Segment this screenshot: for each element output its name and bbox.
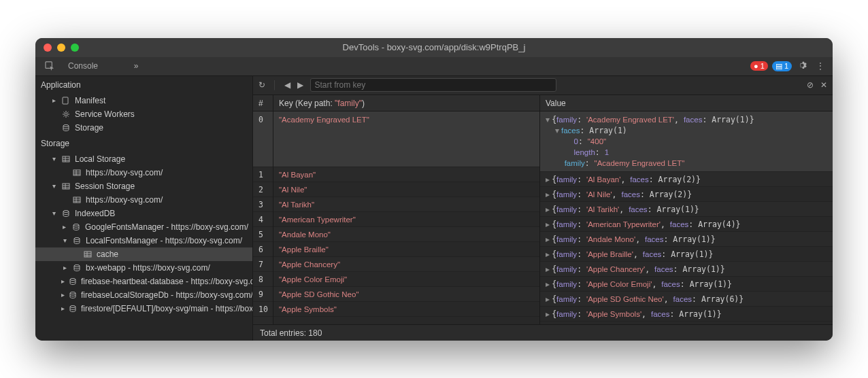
row-key[interactable]: "Al Nile" [273, 182, 539, 197]
row-key[interactable]: "Al Bayan" [273, 167, 539, 182]
more-tabs-icon[interactable]: » [134, 61, 139, 71]
sidebar-item[interactable]: Service Workers [35, 107, 252, 121]
sidebar-section-application: Application [35, 76, 252, 94]
sidebar-item-label: cache [97, 250, 118, 259]
info-badge[interactable]: ▤ 1 [772, 61, 792, 71]
sidebar-item-label: Local Storage [75, 154, 125, 164]
db-icon [61, 124, 71, 132]
row-index[interactable]: 8 [253, 272, 273, 287]
row-index[interactable]: 6 [253, 242, 273, 257]
row-key[interactable]: "Apple Chancery" [273, 257, 539, 272]
tab-console[interactable]: Console [61, 56, 130, 75]
db-icon [69, 277, 77, 286]
refresh-icon[interactable]: ↻ [258, 80, 265, 90]
row-index[interactable]: 3 [253, 197, 273, 212]
sidebar-item[interactable]: cache [35, 247, 252, 261]
maximize-window-button[interactable] [71, 44, 79, 52]
svg-point-21 [73, 224, 79, 226]
sidebar-item[interactable]: ▾LocalFontsManager - https://boxy-svg.co… [35, 234, 252, 247]
grid-footer: Total entries: 180 [253, 324, 833, 341]
row-key[interactable]: "Academy Engraved LET" [273, 111, 539, 167]
row-value[interactable]: ▸ {family: 'Apple Symbols', faces: Array… [540, 307, 833, 322]
row-key[interactable]: "Apple SD Gothic Neo" [273, 287, 539, 302]
row-value[interactable]: ▸ {family: 'Apple Chancery', faces: Arra… [540, 262, 833, 277]
prev-page-icon[interactable]: ◀ [284, 80, 290, 90]
row-index[interactable]: 7 [253, 257, 273, 272]
sidebar-item[interactable]: ▾IndexedDB [35, 207, 252, 220]
sidebar-item[interactable]: ▸firebaseLocalStorageDb - https://boxy-s… [35, 288, 252, 302]
row-value[interactable]: ▸ {family: 'Apple SD Gothic Neo', faces:… [540, 292, 833, 307]
sidebar-item-label: Manifest [75, 96, 105, 105]
row-index[interactable]: 4 [253, 212, 273, 227]
disclosure-triangle-icon[interactable]: ▸ [61, 291, 65, 298]
svg-rect-12 [63, 184, 69, 189]
settings-icon[interactable] [797, 61, 807, 72]
column-header[interactable]: Value [540, 95, 833, 111]
row-value[interactable]: ▸ {family: 'Apple Braille', faces: Array… [540, 247, 833, 262]
svg-rect-16 [73, 197, 80, 203]
row-index[interactable]: 1 [253, 167, 273, 182]
disclosure-triangle-icon[interactable]: ▸ [61, 277, 65, 285]
close-window-button[interactable] [44, 44, 52, 52]
row-key[interactable]: "Apple Symbols" [273, 302, 539, 317]
sidebar-item[interactable]: ▸firebase-heartbeat-database - https://b… [35, 275, 252, 288]
row-index[interactable]: 9 [253, 287, 273, 302]
sidebar-item[interactable]: ▸Manifest [35, 94, 252, 107]
row-index[interactable]: 2 [253, 182, 273, 197]
svg-rect-23 [84, 252, 91, 257]
sidebar-item[interactable]: ▾Local Storage [35, 152, 252, 166]
grid-icon [61, 155, 71, 163]
titlebar: DevTools - boxy-svg.com/app/disk:w9PtrqP… [35, 38, 833, 57]
sidebar-item-label: Session Storage [75, 182, 135, 191]
sidebar-item[interactable]: ▾Session Storage [35, 179, 252, 193]
row-key[interactable]: "Apple Braille" [273, 242, 539, 257]
row-index[interactable]: 5 [253, 227, 273, 242]
sidebar-item[interactable]: ▸bx-webapp - https://boxy-svg.com/ [35, 261, 252, 275]
sidebar-item[interactable]: https://boxy-svg.com/ [35, 193, 252, 207]
sidebar-item-label: bx-webapp - https://boxy-svg.com/ [86, 263, 210, 273]
close-icon[interactable]: ✕ [820, 80, 827, 90]
sidebar-item[interactable]: Storage [35, 121, 252, 135]
row-key[interactable]: "Apple Color Emoji" [273, 272, 539, 287]
disclosure-triangle-icon[interactable]: ▸ [61, 223, 68, 230]
sidebar-item[interactable]: ▸firestore/[DEFAULT]/boxy-svg/main - htt… [35, 302, 252, 315]
sidebar-item[interactable]: https://boxy-svg.com/ [35, 166, 252, 179]
db-icon [69, 305, 77, 313]
inspect-icon[interactable] [44, 60, 56, 72]
svg-point-28 [70, 278, 76, 280]
row-value[interactable]: ▸ {family: 'American Typewriter', faces:… [540, 217, 833, 232]
disclosure-triangle-icon[interactable]: ▸ [61, 264, 68, 271]
column-header[interactable]: Key (Key path: "family") [273, 95, 539, 111]
row-value[interactable]: ▸ {family: 'Al Tarikh', faces: Array(1)} [540, 202, 833, 217]
db-icon [72, 264, 82, 272]
error-badge[interactable]: ● 1 [750, 61, 768, 71]
row-value[interactable]: ▾ {family: 'Academy Engraved LET', faces… [540, 111, 833, 172]
grid-icon [72, 169, 82, 177]
disclosure-triangle-icon[interactable]: ▸ [61, 305, 65, 312]
minimize-window-button[interactable] [57, 44, 65, 52]
disclosure-triangle-icon[interactable]: ▾ [61, 237, 68, 244]
row-index[interactable]: 0 [253, 111, 273, 167]
row-value[interactable]: ▸ {family: 'Al Bayan', faces: Array(2)} [540, 172, 833, 187]
disclosure-triangle-icon[interactable]: ▾ [50, 155, 57, 162]
disclosure-triangle-icon[interactable]: ▾ [50, 209, 57, 217]
row-index[interactable]: 10 [253, 302, 273, 317]
sidebar-item-label: firebase-heartbeat-database - https://bo… [81, 277, 252, 286]
svg-point-3 [63, 124, 69, 126]
clear-icon[interactable]: ⊘ [807, 80, 814, 90]
kebab-menu-icon[interactable]: ⋮ [816, 61, 824, 71]
row-value[interactable]: ▸ {family: 'Al Nile', faces: Array(2)} [540, 187, 833, 202]
sidebar-item[interactable]: ▸GoogleFontsManager - https://boxy-svg.c… [35, 220, 252, 234]
row-value[interactable]: ▸ {family: 'Apple Color Emoji', faces: A… [540, 277, 833, 292]
row-key[interactable]: "Andale Mono" [273, 227, 539, 242]
next-page-icon[interactable]: ▶ [297, 80, 303, 90]
column-header[interactable]: # [253, 95, 273, 111]
start-key-input[interactable] [310, 78, 556, 92]
row-key[interactable]: "Al Tarikh" [273, 197, 539, 212]
svg-point-27 [74, 264, 80, 267]
db-icon [72, 223, 81, 231]
row-key[interactable]: "American Typewriter" [273, 212, 539, 227]
disclosure-triangle-icon[interactable]: ▾ [50, 182, 57, 190]
row-value[interactable]: ▸ {family: 'Andale Mono', faces: Array(1… [540, 232, 833, 247]
disclosure-triangle-icon[interactable]: ▸ [50, 97, 57, 104]
